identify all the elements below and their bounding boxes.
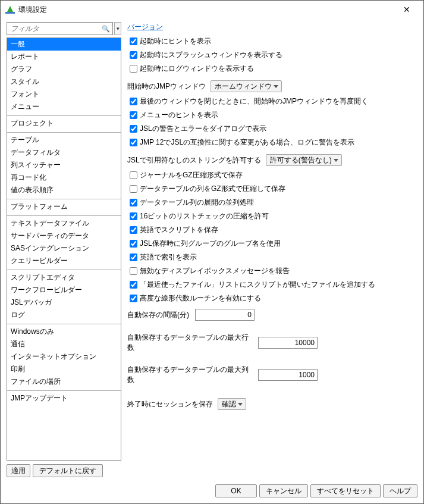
initial-window-label: 開始時のJMPウィンドウ [127,82,206,92]
checkbox[interactable] [130,111,137,119]
cb-eng-script-save[interactable]: 英語でスクリプトを保存 [127,224,417,236]
footer-left: 適用 デフォルトに戻す [1,461,423,481]
cb-expand-parallel[interactable]: データテーブル列の展開の並列処理 [127,197,417,208]
checkbox[interactable] [130,185,137,193]
window-title: 環境設定 [18,5,395,15]
nav-item[interactable]: 印刷 [7,363,121,375]
cb-table-gz[interactable]: データテーブルの列をGZ形式で圧縮して保存 [127,183,417,195]
jsl-unquoted-label: JSLで引用符なしのストリングを許可する [127,155,261,165]
nav-item[interactable]: スクリプトエディタ [7,271,121,284]
nav-item[interactable]: インターネットオプション [7,350,121,363]
checkbox[interactable] [130,199,137,206]
cb-advanced-linalg[interactable]: 高度な線形代数ルーチンを有効にする [127,293,417,304]
checkbox[interactable] [130,226,137,234]
checkbox[interactable] [130,139,137,146]
nav-item[interactable]: JSLデバッガ [7,296,121,309]
nav-item[interactable]: クエリービルダー [7,255,121,267]
nav-item[interactable]: ファイルの場所 [7,375,121,388]
category-list[interactable]: 一般レポートグラフスタイルフォントメニュープロジェクトテーブルデータフィルタ列ス… [7,37,121,461]
nav-item[interactable]: 再コード化 [7,171,121,184]
save-session-select[interactable]: 確認 [218,398,246,410]
initial-window-select[interactable]: ホームウィンドウ [211,80,282,92]
nav-item[interactable]: フォント [7,88,121,101]
cb-16bit-list[interactable]: 16ビットのリストチェックの圧縮を許可 [127,211,417,222]
nav-item[interactable]: Windowsのみ [7,325,121,338]
nav-item[interactable]: レポート [7,51,121,63]
preferences-window: 環境設定 ✕ 🔍 ▾ 一般レポートグラフスタイルフォントメニュープロジェクトテー… [0,0,424,504]
search-icon[interactable]: 🔍 [102,25,110,33]
cb-reopen-last[interactable]: 最後のウィンドウを閉じたときに、開始時のJMPウィンドウを再度開く [127,96,417,107]
nav-item[interactable]: テーブル [7,134,121,146]
checkbox[interactable] [130,98,137,105]
cb-journal-gz[interactable]: ジャーナルをGZ圧縮形式で保存 [127,170,417,181]
cb-eng-index[interactable]: 英語で索引を表示 [127,252,417,263]
jsl-unquoted-select[interactable]: 許可する(警告なし) [266,154,342,166]
nav-item[interactable]: データフィルタ [7,146,121,159]
nav-item[interactable]: メニュー [7,101,121,113]
autosave-interval-label: 自動保存の間隔(分) [127,310,189,320]
svg-rect-1 [5,12,15,14]
nav-item[interactable]: スタイル [7,76,121,88]
nav-item[interactable]: プラットフォーム [7,201,121,213]
reset-default-button[interactable]: デフォルトに戻す [33,464,103,477]
cb-jsl-dialog[interactable]: JSLの警告とエラーをダイアログで表示 [127,123,417,134]
left-panel: 🔍 ▾ 一般レポートグラフスタイルフォントメニュープロジェクトテーブルデータフィ… [7,22,121,461]
nav-item[interactable]: 値の表示順序 [7,184,121,196]
checkbox[interactable] [130,240,137,248]
autosave-maxrows-input[interactable] [258,337,318,349]
save-session-label: 終了時にセッションを保存 [127,399,213,409]
nav-item[interactable]: ログ [7,309,121,321]
filter-input[interactable] [10,24,102,33]
reset-all-button[interactable]: すべてをリセット [310,484,381,497]
autosave-maxcols-label: 自動保存するデータテーブルの最大列数 [127,365,252,385]
titlebar: 環境設定 ✕ [1,1,423,18]
nav-item[interactable]: プロジェクト [7,117,121,130]
nav-item[interactable]: JMPアップデート [7,392,121,405]
autosave-maxcols-input[interactable] [258,369,318,381]
checkbox[interactable] [130,253,137,261]
checkbox[interactable] [130,51,137,59]
nav-item[interactable]: 列スイッチャー [7,159,121,171]
cb-show-log[interactable]: 起動時にログウィンドウを表示する [127,63,417,74]
checkbox[interactable] [130,171,137,179]
nav-item[interactable]: サードパーティのデータ [7,230,121,242]
filter-input-wrap[interactable]: 🔍 [7,22,113,35]
cancel-button[interactable]: キャンセル [259,484,308,497]
checkbox[interactable] [130,295,137,302]
autosave-interval-input[interactable] [195,309,255,321]
checkbox[interactable] [130,281,137,289]
nav-item[interactable]: 一般 [7,38,121,51]
checkbox[interactable] [130,267,137,275]
footer-right: OK キャンセル すべてをリセット ヘルプ [1,481,423,503]
checkbox[interactable] [130,37,137,45]
nav-item[interactable]: ワークフロービルダー [7,284,121,296]
nav-item[interactable]: 通信 [7,338,121,350]
nav-item[interactable]: SASインテグレーション [7,242,121,255]
cb-disp-box-msg[interactable]: 無効なディスプレイボックスメッセージを報告 [127,265,417,277]
cb-menu-tips[interactable]: メニューのヒントを表示 [127,109,417,121]
nav-item[interactable]: テキストデータファイル [7,217,121,230]
cb-jmp12-compat[interactable]: JMP 12でJSLの互換性に関する変更がある場合、ログに警告を表示 [127,137,417,148]
cb-show-splash[interactable]: 起動時にスプラッシュウィンドウを表示する [127,49,417,61]
app-icon [5,5,15,14]
filter-dropdown-icon[interactable]: ▾ [114,22,121,35]
close-icon[interactable]: ✕ [395,5,419,14]
ok-button[interactable]: OK [215,484,257,497]
checkbox[interactable] [130,125,137,133]
version-link[interactable]: バージョン [127,22,417,32]
cb-jsl-group-name[interactable]: JSL保存時に列グループのグループ名を使用 [127,238,417,249]
cb-recent-scripts[interactable]: 「最近使ったファイル」リストにスクリプトが開いたファイルを追加する [127,279,417,290]
apply-button[interactable]: 適用 [7,464,30,477]
checkbox[interactable] [130,65,137,73]
nav-item[interactable]: グラフ [7,63,121,76]
settings-content: バージョン 起動時にヒントを表示 起動時にスプラッシュウィンドウを表示する 起動… [127,22,417,461]
help-button[interactable]: ヘルプ [383,484,417,497]
cb-show-tips[interactable]: 起動時にヒントを表示 [127,36,417,47]
checkbox[interactable] [130,212,137,220]
autosave-maxrows-label: 自動保存するデータテーブルの最大行数 [127,333,252,353]
